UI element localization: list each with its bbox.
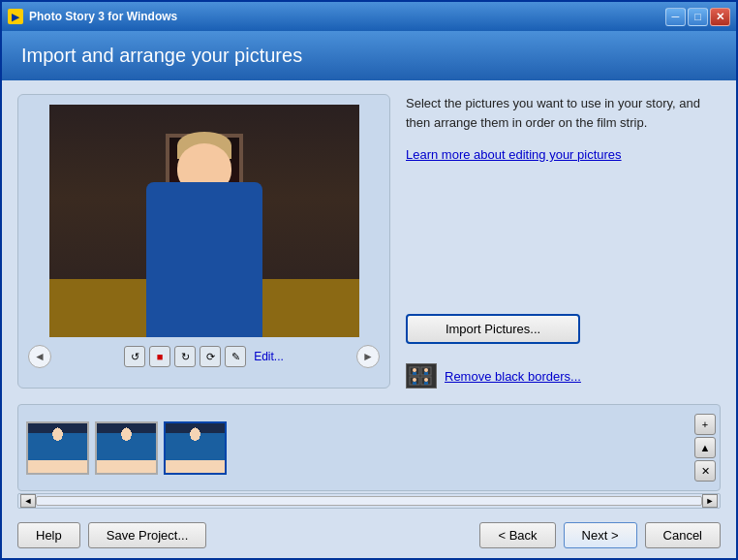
window-controls: ─ □ ✕ xyxy=(665,8,730,26)
next-photo-button[interactable]: ► xyxy=(356,345,380,368)
svg-point-6 xyxy=(424,368,428,372)
main-content: ◄ ↺ ■ ↻ ⟳ ✎ Edit... ► Select the picture… xyxy=(2,80,736,516)
scroll-right-button[interactable]: ► xyxy=(702,494,718,508)
back-button[interactable]: < Back xyxy=(479,522,555,548)
photo-display xyxy=(49,105,359,337)
instruction-text: Select the pictures you want to use in y… xyxy=(406,94,721,132)
svg-rect-9 xyxy=(413,382,416,385)
scrollbar-track[interactable] xyxy=(36,496,702,506)
svg-rect-11 xyxy=(424,382,428,385)
title-bar: ▶ Photo Story 3 for Windows ─ □ ✕ xyxy=(2,2,736,31)
remove-borders-icon xyxy=(406,363,437,389)
svg-point-10 xyxy=(424,378,428,382)
filmstrip-scrollbar: ◄ ► xyxy=(17,493,721,509)
cancel-button[interactable]: Cancel xyxy=(645,522,721,548)
photo-nav: ◄ ↺ ■ ↻ ⟳ ✎ Edit... ► xyxy=(28,345,380,368)
film-thumbnail-1[interactable] xyxy=(26,421,89,475)
svg-point-8 xyxy=(413,378,416,382)
rotate-right-icon[interactable]: ↻ xyxy=(174,346,196,367)
svg-rect-7 xyxy=(424,372,428,375)
filmstrip-controls: + ▲ ✕ xyxy=(691,410,720,485)
filmstrip-add-button[interactable]: + xyxy=(694,414,716,435)
page-header: Import and arrange your pictures xyxy=(2,31,736,80)
film-thumbnail-3[interactable] xyxy=(164,421,227,475)
edit-icon: ✎ xyxy=(225,346,246,367)
maximize-button[interactable]: □ xyxy=(688,8,708,26)
app-icon: ▶ xyxy=(8,9,23,24)
refresh-button[interactable]: ⟳ xyxy=(200,346,221,367)
content-row: ◄ ↺ ■ ↻ ⟳ ✎ Edit... ► Select the picture… xyxy=(17,94,721,389)
filmstrip-delete-button[interactable]: ✕ xyxy=(694,460,716,482)
svg-point-4 xyxy=(413,368,416,372)
thumb-image-2 xyxy=(97,423,156,473)
filmstrip-move-button[interactable]: ▲ xyxy=(694,437,716,458)
brightness-button[interactable]: ■ xyxy=(149,346,170,367)
right-panel: Select the pictures you want to use in y… xyxy=(406,94,721,389)
main-window: ▶ Photo Story 3 for Windows ─ □ ✕ Import… xyxy=(0,0,738,560)
suit xyxy=(146,182,262,337)
photo-panel: ◄ ↺ ■ ↻ ⟳ ✎ Edit... ► xyxy=(17,94,390,389)
filmstrip-container: + ▲ ✕ ◄ ► xyxy=(17,396,721,509)
svg-rect-5 xyxy=(413,372,416,375)
thumb-image-3 xyxy=(166,423,225,473)
film-thumbnail-2[interactable] xyxy=(95,421,158,475)
remove-borders-link[interactable]: Remove black borders... xyxy=(445,369,581,384)
filmstrip-inner xyxy=(18,405,691,490)
minimize-button[interactable]: ─ xyxy=(665,8,686,26)
remove-borders-row: Remove black borders... xyxy=(406,363,721,389)
scroll-left-button[interactable]: ◄ xyxy=(20,494,36,508)
person xyxy=(127,143,282,337)
import-pictures-button[interactable]: Import Pictures... xyxy=(406,314,580,344)
close-button[interactable]: ✕ xyxy=(710,8,730,26)
save-project-button[interactable]: Save Project... xyxy=(88,522,207,548)
bottom-bar: Help Save Project... < Back Next > Cance… xyxy=(2,516,736,558)
prev-photo-button[interactable]: ◄ xyxy=(28,345,51,368)
edit-link[interactable]: Edit... xyxy=(254,350,284,363)
thumb-image-1 xyxy=(28,423,87,473)
help-button[interactable]: Help xyxy=(17,522,80,548)
photo-tools: ↺ ■ ↻ ⟳ ✎ Edit... xyxy=(124,346,284,367)
window-title: Photo Story 3 for Windows xyxy=(29,10,665,23)
rotate-left-button[interactable]: ↺ xyxy=(124,346,145,367)
filmstrip: + ▲ ✕ xyxy=(17,404,721,491)
next-button[interactable]: Next > xyxy=(564,522,637,548)
learn-more-link[interactable]: Learn more about editing your pictures xyxy=(406,147,721,162)
page-title: Import and arrange your pictures xyxy=(21,45,717,67)
